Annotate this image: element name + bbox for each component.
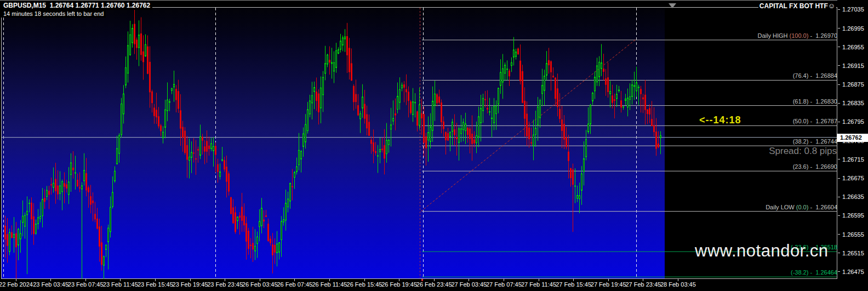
price-tick-label: 1.26595: [842, 212, 864, 219]
chart-plot-area[interactable]: [2, 8, 665, 278]
price-tick-label: 1.26955: [842, 44, 864, 50]
price-axis[interactable]: 1.270351.269951.269551.269151.268751.268…: [837, 0, 868, 291]
window-top-edge: [0, 0, 868, 1]
fib-level-label: Daily LOW (0.0) - 1.26604: [766, 204, 837, 210]
fib-label-part: - 1.26604: [808, 204, 837, 210]
price-tick-mark: [838, 84, 840, 85]
time-tick-label: 23 Feb 11:45: [103, 281, 138, 288]
price-tick-mark: [838, 215, 840, 216]
fib-level-label: (-38.2) - 1.26464: [791, 269, 837, 276]
time-tick-label: 23 Feb 23:45: [207, 281, 243, 288]
time-tick-label: 27 Feb 11:45: [521, 281, 556, 288]
fib-level-label: (61.8) - 1.26830: [793, 98, 837, 105]
indicator-brand-label: CAPITAL FX BOT HTF☺: [758, 1, 836, 10]
price-tick-label: 1.26475: [842, 269, 864, 275]
time-annotation-label: <--14:18: [699, 115, 741, 126]
fib-label-part: - 1.26970: [808, 32, 837, 39]
mt4-chart-window: GBPUSD,M15 1.26764 1.26771 1.26760 1.267…: [0, 0, 868, 291]
fib-label-part: (-38.2) - 1.26464: [791, 269, 837, 276]
price-tick-mark: [838, 9, 840, 10]
price-tick-mark: [838, 234, 840, 235]
price-tick-label: 1.26875: [842, 81, 864, 88]
price-tick-label: 1.26835: [842, 100, 864, 106]
brand-text: CAPITAL FX BOT HTF: [760, 2, 828, 10]
time-tick-label: 23 Feb 19:45: [173, 281, 208, 288]
price-tick-label: 1.26515: [842, 250, 864, 256]
time-tick-label: 23 Feb 15:45: [138, 281, 173, 288]
time-tick-label: 28 Feb 03:45: [660, 281, 696, 288]
price-tick-mark: [838, 197, 840, 197]
price-tick-mark: [838, 28, 840, 28]
time-tick-label: 26 Feb 07:45: [277, 281, 312, 288]
fib-label-part: Daily LOW: [766, 204, 796, 210]
price-tick-mark: [838, 47, 840, 47]
time-tick-label: 26 Feb 03:45: [242, 281, 278, 288]
fib-label-part: (61.8) - 1.26830: [793, 98, 837, 105]
fib-label-part: (100.0): [790, 32, 809, 39]
fib-label-part: (76.4) - 1.26884: [793, 72, 837, 79]
fib-label-part: (0.0): [796, 204, 809, 210]
price-tick-label: 1.26915: [842, 62, 864, 69]
fib-anchor-axis-tick: [421, 279, 423, 281]
time-tick-label: 26 Feb 11:45: [312, 281, 347, 288]
time-tick-label: 26 Feb 15:45: [347, 281, 382, 288]
price-tick-mark: [838, 65, 840, 66]
fib-level-label: Daily HIGH (100.0) - 1.26970: [757, 32, 837, 39]
price-tick-label: 1.26995: [842, 25, 864, 32]
bar-countdown-label: 14 minutes 18 seconds left to bar end: [1, 10, 106, 18]
time-tick-label: 22 Feb 2024: [0, 281, 33, 288]
fib-level-label: (38.2) - 1.26744: [793, 138, 837, 145]
fib-label-part: Daily HIGH: [757, 32, 789, 39]
current-price-box: 1.26762: [837, 134, 868, 142]
spread-label: Spread: 0.8 pips: [769, 146, 837, 157]
price-tick-mark: [838, 178, 840, 179]
time-tick-label: 27 Feb 03:45: [451, 281, 487, 288]
time-tick-label: 27 Feb 23:45: [625, 281, 661, 288]
time-tick-label: 27 Feb 15:45: [556, 281, 591, 288]
time-tick-label: 27 Feb 19:45: [591, 281, 626, 288]
price-tick-mark: [838, 103, 840, 104]
time-tick-label: 26 Feb 23:45: [416, 281, 452, 288]
time-tick-label: 27 Feb 07:45: [486, 281, 522, 288]
price-tick-label: 1.26715: [842, 156, 864, 163]
price-tick-mark: [838, 159, 840, 159]
fib-label-part: (50.0) - 1.26787: [793, 118, 837, 124]
price-tick-label: 1.26795: [842, 118, 864, 125]
price-tick-label: 1.26675: [842, 175, 864, 181]
watermark-label: www.notandor.cn: [695, 241, 829, 261]
price-tick-mark: [838, 253, 840, 253]
time-tick-label: 23 Feb 03:45: [33, 281, 68, 288]
smiley-icon: ☺: [828, 2, 835, 10]
price-tick-mark: [838, 122, 840, 122]
symbol-ohlc-label: GBPUSD,M15 1.26764 1.26771 1.26760 1.267…: [1, 1, 152, 10]
fib-level-label: (50.0) - 1.26787: [793, 118, 837, 124]
fib-label-part: (23.6) - 1.26690: [793, 163, 837, 170]
time-tick-label: 26 Feb 19:45: [381, 281, 417, 288]
time-tick-label: 23 Feb 07:45: [68, 281, 104, 288]
fib-level-label: (23.6) - 1.26690: [793, 163, 837, 170]
price-tick-label: 1.26555: [842, 231, 864, 238]
price-tick-mark: [838, 271, 840, 272]
price-tick-label: 1.27035: [842, 6, 864, 13]
time-axis[interactable]: 22 Feb 202423 Feb 03:4523 Feb 07:4523 Fe…: [0, 279, 868, 291]
price-tick-label: 1.26635: [842, 193, 864, 200]
fib-level-label: (76.4) - 1.26884: [793, 72, 837, 79]
fib-label-part: (38.2) - 1.26744: [793, 138, 837, 145]
chart-shift-marker-icon[interactable]: [669, 3, 676, 8]
